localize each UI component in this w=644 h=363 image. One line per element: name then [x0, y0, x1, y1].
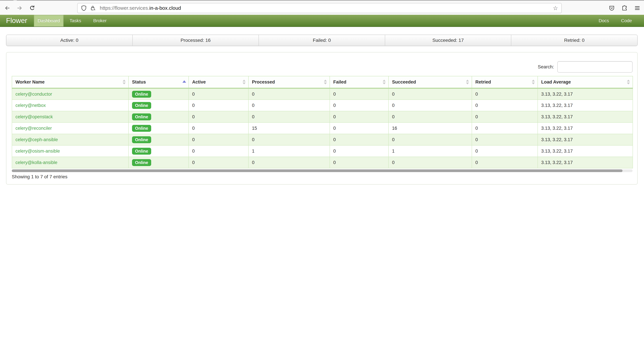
column-label: Retried — [475, 80, 491, 85]
column-header-failed[interactable]: Failed — [330, 76, 388, 88]
flower-navbar: Flower Dashboard Tasks Broker Docs Code — [0, 15, 644, 27]
search-row: Search: — [538, 61, 633, 73]
worker-link[interactable]: celery@conductor — [16, 92, 52, 97]
search-input[interactable] — [557, 61, 632, 73]
url-bar[interactable]: https://flower.services.in-a-box.cloud ☆ — [77, 3, 562, 13]
stat-failed[interactable]: Failed: 0 — [258, 35, 385, 46]
cell-load-average: 3.13, 3.22, 3.17 — [538, 123, 633, 134]
tab-dashboard[interactable]: Dashboard — [34, 15, 64, 27]
stat-succeeded[interactable]: Succeeded: 17 — [385, 35, 511, 46]
browser-toolbar: https://flower.services.in-a-box.cloud ☆ — [0, 0, 644, 15]
column-header-active[interactable]: Active — [189, 76, 248, 88]
sort-both-icon — [324, 80, 327, 84]
column-label: Load Average — [541, 80, 571, 85]
table-header-row: Worker NameStatusActiveProcessedFailedSu… — [12, 76, 633, 88]
status-badge: Online — [132, 159, 151, 166]
nav-right-links: Docs Code — [592, 15, 638, 27]
column-header-retried[interactable]: Retried — [472, 76, 538, 88]
stats-row: Active: 0Processed: 16Failed: 0Succeeded… — [6, 35, 638, 46]
tab-broker[interactable]: Broker — [90, 15, 110, 27]
column-label: Status — [132, 80, 146, 85]
cell-retried: 0 — [472, 111, 538, 123]
cell-retried: 0 — [472, 134, 538, 145]
status-badge: Online — [132, 148, 151, 155]
worker-table: Worker NameStatusActiveProcessedFailedSu… — [12, 76, 632, 168]
table-row: celery@osism-ansibleOnline010103.13, 3.2… — [12, 145, 633, 157]
worker-link[interactable]: celery@netbox — [16, 103, 46, 108]
sort-both-icon — [122, 80, 126, 84]
cell-failed: 0 — [330, 88, 388, 100]
sort-both-icon — [532, 80, 535, 84]
horizontal-scrollbar[interactable] — [12, 169, 632, 172]
link-docs[interactable]: Docs — [595, 15, 612, 27]
link-code[interactable]: Code — [618, 15, 635, 27]
status-badge: Online — [132, 125, 151, 132]
column-label: Active — [192, 80, 206, 85]
bookmark-star-icon[interactable]: ☆ — [553, 5, 558, 11]
cell-load-average: 3.13, 3.22, 3.17 — [538, 100, 633, 111]
sort-both-icon — [383, 80, 386, 84]
extension-puzzle-icon[interactable] — [620, 3, 629, 13]
cell-load-average: 3.13, 3.22, 3.17 — [538, 88, 633, 100]
sort-both-icon — [627, 80, 630, 84]
cell-succeeded: 0 — [388, 100, 472, 111]
column-header-succeeded[interactable]: Succeeded — [388, 76, 472, 88]
search-label: Search: — [538, 64, 554, 70]
scrollbar-thumb[interactable] — [12, 169, 622, 172]
column-header-load-average[interactable]: Load Average — [538, 76, 633, 88]
cell-active: 0 — [189, 111, 248, 123]
cell-retried: 0 — [472, 123, 538, 134]
stat-processed[interactable]: Processed: 16 — [132, 35, 259, 46]
worker-link[interactable]: celery@osism-ansible — [16, 149, 60, 154]
nav-tabs: Dashboard Tasks Broker — [34, 15, 113, 27]
forward-button[interactable] — [15, 3, 24, 13]
status-badge: Online — [132, 102, 151, 109]
entries-info: Showing 1 to 7 of 7 entries — [12, 174, 68, 179]
cell-active: 0 — [189, 134, 248, 145]
stat-retried[interactable]: Retried: 0 — [511, 35, 637, 46]
cell-succeeded: 0 — [388, 134, 472, 145]
cell-retried: 0 — [472, 145, 538, 157]
worker-link[interactable]: celery@ceph-ansible — [16, 137, 58, 142]
tracking-protection-shield-icon[interactable] — [81, 5, 87, 11]
cell-processed: 15 — [248, 123, 330, 134]
cell-processed: 0 — [248, 100, 330, 111]
back-button[interactable] — [3, 3, 12, 13]
sort-both-icon — [466, 80, 469, 84]
url-host: in-a-box.cloud — [149, 5, 181, 11]
worker-link[interactable]: celery@reconciler — [16, 126, 52, 131]
reload-button[interactable] — [28, 3, 37, 13]
column-label: Processed — [252, 80, 275, 85]
table-row: celery@openstackOnline000003.13, 3.22, 3… — [12, 111, 633, 123]
cell-active: 0 — [189, 88, 248, 100]
pocket-icon[interactable] — [607, 3, 616, 13]
cell-failed: 0 — [330, 100, 388, 111]
tab-tasks[interactable]: Tasks — [66, 15, 84, 27]
status-badge: Online — [132, 91, 151, 98]
cell-retried: 0 — [472, 88, 538, 100]
hamburger-menu-icon[interactable] — [632, 3, 642, 13]
cell-retried: 0 — [472, 100, 538, 111]
back-arrow-icon — [4, 5, 10, 11]
browser-window: https://flower.services.in-a-box.cloud ☆… — [0, 0, 644, 363]
worker-link[interactable]: celery@openstack — [16, 114, 53, 119]
stat-active[interactable]: Active: 0 — [6, 35, 132, 46]
status-badge: Online — [132, 136, 151, 143]
column-label: Failed — [333, 80, 346, 85]
table-row: celery@netboxOnline000003.13, 3.22, 3.17 — [12, 100, 633, 111]
cell-failed: 0 — [330, 134, 388, 145]
column-header-status[interactable]: Status — [128, 76, 189, 88]
brand-flower[interactable]: Flower — [0, 15, 33, 27]
cell-load-average: 3.13, 3.22, 3.17 — [538, 157, 633, 168]
worker-link[interactable]: celery@kolla-ansible — [16, 160, 58, 165]
cell-failed: 0 — [330, 111, 388, 123]
cell-processed: 0 — [248, 88, 330, 100]
column-header-worker-name[interactable]: Worker Name — [12, 76, 128, 88]
reload-icon — [29, 5, 35, 11]
cell-succeeded: 1 — [388, 145, 472, 157]
cell-succeeded: 16 — [388, 123, 472, 134]
status-badge: Online — [132, 113, 151, 120]
lock-warning-icon[interactable] — [90, 5, 96, 11]
column-header-processed[interactable]: Processed — [248, 76, 330, 88]
cell-load-average: 3.13, 3.22, 3.17 — [538, 111, 633, 123]
